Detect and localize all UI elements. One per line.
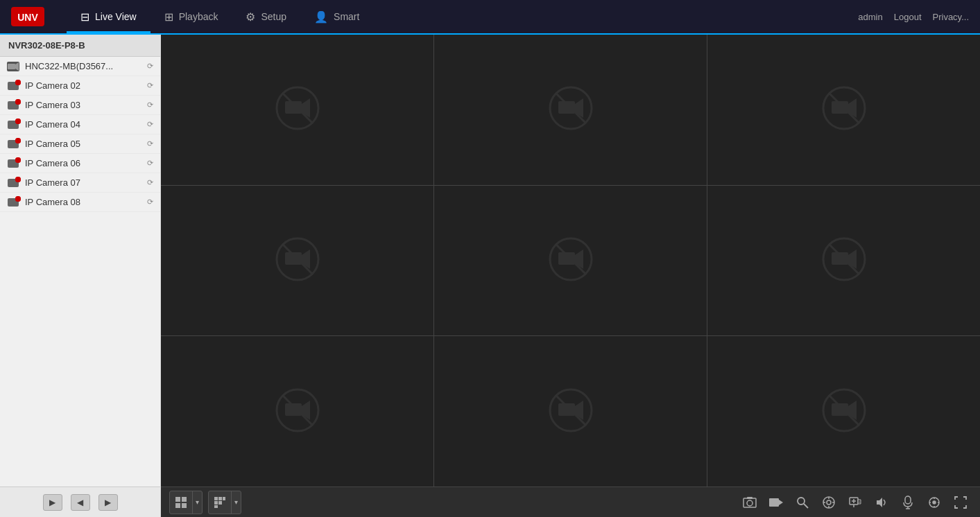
bottom-toolbar: ▾ ▾ <box>161 487 980 517</box>
main-layout: NVR302-08E-P8-B HNC322-MB(D3567... ⟳ IP <box>0 35 980 517</box>
camera-item-5[interactable]: IP Camera 05 ⟳ <box>0 134 160 154</box>
toolbar-right: + <box>739 491 972 514</box>
sequence-button[interactable] <box>209 491 231 514</box>
camera-list: HNC322-MB(D3567... ⟳ IP Camera 02 ⟳ IP C… <box>0 57 160 487</box>
svg-text:UNV: UNV <box>17 12 38 23</box>
nav-label-live-view: Live View <box>95 11 137 22</box>
prev-button[interactable]: ◀ <box>71 494 90 511</box>
camera-refresh-8[interactable]: ⟳ <box>147 198 153 207</box>
fullscreen-button[interactable] <box>949 491 972 514</box>
sequence-dropdown-arrow[interactable]: ▾ <box>231 491 241 514</box>
svg-point-51 <box>747 500 753 506</box>
video-area: ▾ ▾ <box>161 35 980 517</box>
sidebar: NVR302-08E-P8-B HNC322-MB(D3567... ⟳ IP <box>0 35 161 517</box>
svg-rect-42 <box>175 503 180 508</box>
camera-item-7[interactable]: IP Camera 07 ⟳ <box>0 173 160 193</box>
sequence-button-group[interactable]: ▾ <box>208 491 241 514</box>
color-button[interactable] <box>923 491 945 514</box>
svg-point-58 <box>827 500 831 505</box>
audio-button[interactable] <box>870 491 893 514</box>
svg-rect-53 <box>769 498 779 507</box>
svg-text:+: + <box>859 500 861 504</box>
nav-right: admin Logout Privacy... <box>858 12 969 22</box>
screenshot-button[interactable] <box>739 491 761 514</box>
camera-item-3[interactable]: IP Camera 03 ⟳ <box>0 96 160 115</box>
svg-rect-46 <box>223 497 225 500</box>
svg-rect-43 <box>182 503 187 508</box>
play-button[interactable]: ▶ <box>43 494 62 511</box>
camera-refresh-1[interactable]: ⟳ <box>147 62 153 71</box>
nav-items: ⊟ Live View ⊞ Playback ⚙ Setup 👤 Smart <box>67 0 858 33</box>
camera-icon-5 <box>7 139 19 149</box>
nav-label-playback: Playback <box>179 11 218 22</box>
camera-refresh-6[interactable]: ⟳ <box>147 159 153 168</box>
video-cell-1[interactable] <box>161 35 433 185</box>
camera-label-7: IP Camera 07 <box>25 177 144 188</box>
microphone-button[interactable] <box>897 491 919 514</box>
nav-item-smart[interactable]: 👤 Smart <box>300 0 373 33</box>
svg-rect-2 <box>8 64 15 69</box>
svg-rect-47 <box>214 501 218 505</box>
video-cell-9[interactable] <box>707 336 980 487</box>
gear-icon: ⚙ <box>246 10 255 24</box>
camera-refresh-2[interactable]: ⟳ <box>147 81 153 90</box>
nav-item-setup[interactable]: ⚙ Setup <box>232 0 300 33</box>
navbar: UNV ⊟ Live View ⊞ Playback ⚙ Setup 👤 Sma… <box>0 0 980 35</box>
video-grid <box>161 35 980 487</box>
grid-layout-button[interactable] <box>170 491 192 514</box>
video-cell-8[interactable] <box>434 336 707 487</box>
next-button[interactable]: ▶ <box>98 494 118 511</box>
svg-rect-41 <box>182 497 187 502</box>
svg-rect-71 <box>905 496 911 504</box>
sidebar-footer: ▶ ◀ ▶ <box>0 487 160 517</box>
camera-item-6[interactable]: IP Camera 06 ⟳ <box>0 154 160 173</box>
camera-refresh-3[interactable]: ⟳ <box>147 100 153 109</box>
grid-icon: ⊞ <box>164 10 173 24</box>
svg-marker-54 <box>779 500 783 505</box>
camera-icon-4 <box>7 120 19 130</box>
cam-watermark-9 <box>822 388 866 435</box>
video-cell-4[interactable] <box>161 186 433 336</box>
camera-icon-8 <box>7 198 19 207</box>
camera-label-1: HNC322-MB(D3567... <box>25 61 144 71</box>
camera-icon-3 <box>7 100 19 110</box>
video-cell-5[interactable] <box>434 186 707 336</box>
video-cell-7[interactable] <box>161 336 433 487</box>
digital-zoom-button[interactable]: + <box>844 491 866 514</box>
privacy-button[interactable]: Privacy... <box>933 12 970 22</box>
camera-item-2[interactable]: IP Camera 02 ⟳ <box>0 76 160 96</box>
search-button[interactable] <box>791 491 814 514</box>
video-cell-3[interactable] <box>707 35 980 185</box>
logout-button[interactable]: Logout <box>894 12 922 22</box>
cam-watermark-1 <box>275 86 320 133</box>
camera-label-8: IP Camera 08 <box>25 197 144 207</box>
camera-label-6: IP Camera 06 <box>25 158 144 168</box>
video-cell-2[interactable] <box>434 35 707 185</box>
svg-marker-3 <box>15 62 19 71</box>
camera-label-5: IP Camera 05 <box>25 139 144 149</box>
camera-icon-6 <box>7 159 19 168</box>
nav-label-setup: Setup <box>261 11 286 22</box>
layout-dropdown-arrow[interactable]: ▾ <box>192 491 202 514</box>
svg-rect-49 <box>214 505 218 508</box>
cam-watermark-8 <box>549 388 593 435</box>
ptz-button[interactable] <box>818 491 840 514</box>
cam-watermark-6 <box>822 237 866 284</box>
camera-refresh-5[interactable]: ⟳ <box>147 139 153 148</box>
cam-watermark-5 <box>549 237 593 284</box>
camera-item-1[interactable]: HNC322-MB(D3567... ⟳ <box>0 57 160 76</box>
camera-item-4[interactable]: IP Camera 04 ⟳ <box>0 115 160 134</box>
svg-point-55 <box>798 498 805 505</box>
svg-point-75 <box>933 501 936 504</box>
nav-item-playback[interactable]: ⊞ Playback <box>151 0 232 33</box>
nav-item-live-view[interactable]: ⊟ Live View <box>67 0 151 33</box>
cam-watermark-7 <box>275 388 320 435</box>
video-cell-6[interactable] <box>707 186 980 336</box>
camera-refresh-7[interactable]: ⟳ <box>147 178 153 187</box>
svg-rect-40 <box>175 497 180 502</box>
record-button[interactable] <box>765 491 787 514</box>
layout-button-group[interactable]: ▾ <box>169 491 203 514</box>
camera-item-8[interactable]: IP Camera 08 ⟳ <box>0 193 160 212</box>
camera-refresh-4[interactable]: ⟳ <box>147 120 153 129</box>
cam-watermark-4 <box>275 237 320 284</box>
